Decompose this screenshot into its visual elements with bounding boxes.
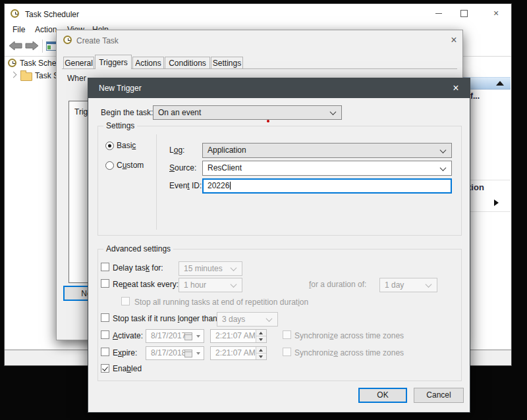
ok-button[interactable]: OK: [358, 388, 407, 403]
triggers-tab-description: Wher: [67, 74, 86, 83]
expire-label[interactable]: Expire:: [113, 348, 137, 358]
tree-item-label: Task Sche: [20, 59, 56, 68]
delay-duration-select: 15 minutes: [179, 261, 242, 276]
settings-group-label: Settings: [103, 121, 137, 131]
basic-radio[interactable]: [105, 142, 114, 150]
log-value: Application: [208, 145, 246, 155]
minimize-button[interactable]: [432, 8, 445, 18]
expire-date-picker: 8/17/2018: [146, 346, 204, 360]
triggers-list-column-header: Trig: [74, 107, 88, 117]
new-trigger-close-icon[interactable]: ×: [448, 82, 464, 95]
activate-time-value: 2:21:07 AM: [215, 331, 256, 340]
stop-all-tasks-checkbox: [121, 297, 130, 305]
stop-task-checkbox[interactable]: [101, 313, 109, 322]
dropdown-arrow-icon: [196, 352, 200, 355]
stop-task-duration-select: 3 days: [217, 312, 278, 327]
custom-radio[interactable]: [105, 161, 114, 170]
actions-pane-item-text[interactable]: tion: [468, 182, 484, 192]
duration-select: 1 day: [379, 278, 437, 292]
stop-task-duration-value: 3 days: [222, 315, 245, 324]
titlebar: Task Scheduler ×: [5, 4, 511, 24]
source-value: ResClient: [208, 163, 242, 172]
new-trigger-dialog: New Trigger × Begin the task: On an even…: [88, 78, 470, 413]
chevron-down-icon: [440, 147, 447, 153]
new-trigger-title: New Trigger: [99, 84, 142, 93]
expire-checkbox[interactable]: [101, 348, 109, 356]
activate-date-value: 8/17/2017: [151, 331, 186, 340]
enabled-label[interactable]: Enabled: [113, 364, 142, 374]
minimize-icon: [435, 13, 442, 14]
for-duration-label: for a duration of:: [309, 280, 366, 290]
begin-task-select[interactable]: On an event: [153, 105, 342, 120]
custom-radio-label[interactable]: Custom: [117, 161, 144, 171]
stop-all-tasks-label: Stop all running tasks at end of repetit…: [134, 298, 308, 307]
sync-timezone-activate-checkbox: [283, 330, 291, 339]
actions-pane-separator: [464, 211, 511, 212]
chevron-down-icon: [330, 109, 337, 115]
artifact-red-dot: [267, 120, 269, 122]
expire-time-value: 2:21:07 AM: [215, 348, 256, 357]
stop-task-label[interactable]: Stop task if it runs longer than:: [113, 314, 219, 324]
log-label: Log:: [169, 145, 184, 155]
repeat-task-checkbox[interactable]: [101, 279, 109, 288]
calendar-icon: [184, 350, 192, 357]
spinner-icon: [256, 347, 266, 359]
task-scheduler-icon: [11, 9, 19, 18]
activate-label[interactable]: Activate:: [113, 331, 143, 341]
advanced-settings-group-label: Advanced settings: [103, 244, 173, 254]
expire-date-value: 8/17/2018: [151, 348, 186, 357]
text-caret: [230, 182, 231, 190]
tab-actions[interactable]: Actions: [132, 57, 164, 68]
chevron-down-icon: [231, 281, 237, 288]
delay-task-checkbox[interactable]: [101, 263, 109, 271]
activate-date-picker: 8/17/2017: [146, 329, 204, 343]
event-id-label: Event ID:: [169, 181, 202, 191]
menu-action[interactable]: Action: [35, 25, 57, 35]
activate-checkbox[interactable]: [101, 330, 109, 339]
actions-pane-separator: [464, 180, 511, 180]
repeat-interval-select: 1 hour: [179, 278, 242, 292]
enabled-checkbox[interactable]: [101, 364, 109, 373]
chevron-down-icon: [426, 281, 432, 288]
tab-general[interactable]: General: [63, 57, 94, 68]
maximize-icon: [460, 10, 468, 17]
maximize-button[interactable]: [457, 8, 470, 18]
chevron-down-icon: [440, 165, 447, 171]
tree-clock-icon: [8, 59, 16, 67]
source-label: Source:: [169, 163, 196, 173]
create-task-close-icon[interactable]: ×: [447, 34, 461, 46]
settings-divider: [156, 134, 157, 230]
sync-timezone-activate-label: Synchronize across time zones: [294, 331, 404, 341]
chevron-down-icon: [266, 315, 273, 322]
begin-task-value: On an event: [158, 108, 201, 117]
collapse-arrow-icon[interactable]: [496, 81, 504, 86]
expander-chevron-icon[interactable]: [11, 72, 17, 78]
tree-item-label: Task S: [35, 71, 59, 80]
menu-file[interactable]: File: [13, 25, 25, 35]
event-id-value: 20226: [208, 181, 229, 190]
source-select[interactable]: ResClient: [202, 161, 452, 176]
tab-triggers[interactable]: Triggers: [95, 55, 132, 69]
event-id-input[interactable]: 20226: [202, 178, 452, 194]
forward-icon[interactable]: [25, 41, 39, 51]
toolbar-separator: [42, 39, 43, 53]
basic-radio-label[interactable]: Basic: [117, 141, 136, 151]
activate-time-spinner: 2:21:07 AM: [210, 329, 267, 343]
back-icon[interactable]: [9, 41, 22, 51]
sync-timezone-expire-checkbox: [283, 348, 291, 356]
repeat-interval-value: 1 hour: [184, 280, 206, 290]
calendar-icon: [184, 332, 192, 340]
log-select[interactable]: Application: [202, 143, 452, 158]
repeat-task-label[interactable]: Repeat task every:: [113, 280, 179, 290]
tab-conditions[interactable]: Conditions: [165, 57, 210, 68]
delay-task-label[interactable]: Delay task for:: [113, 263, 163, 273]
sync-timezone-expire-label: Synchronize across time zones: [294, 348, 404, 358]
create-task-title: Create Task: [76, 36, 119, 45]
tab-settings[interactable]: Settings: [211, 57, 243, 68]
delay-duration-value: 15 minutes: [184, 264, 223, 273]
begin-task-label: Begin the task:: [101, 108, 153, 118]
spinner-icon: [256, 330, 266, 342]
cancel-button[interactable]: Cancel: [414, 388, 464, 403]
close-button[interactable]: ×: [489, 8, 503, 18]
dropdown-arrow-icon: [196, 335, 200, 338]
